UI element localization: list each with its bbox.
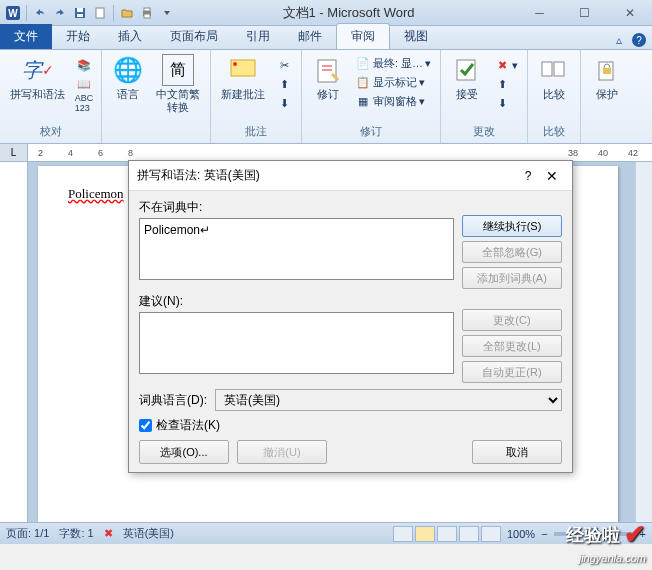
change-button[interactable]: 更改(C) [462,309,562,331]
change-all-button[interactable]: 全部更改(L) [462,335,562,357]
quick-access-toolbar: W [0,4,180,22]
prev-comment-button[interactable]: ⬆ [273,75,295,93]
horizontal-ruler[interactable]: 2 4 6 8 38 40 42 [28,144,652,161]
delete-comment-button[interactable]: ✂ [273,56,295,74]
page-status[interactable]: 页面: 1/1 [6,526,49,541]
not-in-dict-textarea[interactable] [139,218,454,280]
close-button[interactable]: ✕ [607,0,652,26]
draft-view[interactable] [481,526,501,542]
group-language: 🌐 语言 简 中文简繁 转换 [102,50,211,143]
svg-rect-4 [77,14,83,17]
prev-change-button[interactable]: ⬆ [491,75,521,93]
svg-rect-7 [144,8,150,11]
not-in-dict-label: 不在词典中: [139,199,454,216]
tab-file[interactable]: 文件 [0,24,52,49]
tab-layout[interactable]: 页面布局 [156,24,232,49]
tab-home[interactable]: 开始 [52,24,104,49]
redo-icon[interactable] [51,4,69,22]
group-tracking: 修订 📄最终: 显… ▾ 📋显示标记 ▾ ▦审阅窗格 ▾ 修订 [302,50,441,143]
vertical-ruler[interactable] [0,162,28,530]
word-icon[interactable]: W [4,4,22,22]
svg-rect-16 [603,68,611,74]
next-comment-button[interactable]: ⬇ [273,94,295,112]
word-count-status[interactable]: 字数: 1 [59,526,93,541]
check-grammar-label: 检查语法(K) [156,417,220,434]
dict-lang-select[interactable]: 英语(美国) [215,389,562,411]
track-changes-button[interactable]: 修订 [308,52,348,103]
display-for-review-dropdown[interactable]: 📄最终: 显… ▾ [352,54,434,72]
svg-rect-11 [318,60,336,82]
document-text[interactable]: Policemon [68,186,124,201]
check-grammar-checkbox[interactable] [139,419,152,432]
minimize-button[interactable]: ─ [517,0,562,26]
dialog-help-button[interactable]: ? [516,169,540,183]
undo-icon[interactable] [31,4,49,22]
tab-insert[interactable]: 插入 [104,24,156,49]
zoom-level[interactable]: 100% [507,528,535,540]
svg-rect-3 [77,8,83,12]
zoom-out-button[interactable]: − [541,528,547,540]
compare-button[interactable]: 比较 [534,52,574,103]
language-status[interactable]: 英语(美国) [123,526,174,541]
tab-review[interactable]: 审阅 [336,23,390,49]
maximize-button[interactable]: ☐ [562,0,607,26]
svg-rect-13 [542,62,552,76]
tab-view[interactable]: 视图 [390,24,442,49]
print-icon[interactable] [138,4,156,22]
accept-button[interactable]: 接受 [447,52,487,103]
group-changes: 接受 ✖▾ ⬆ ⬇ 更改 [441,50,528,143]
resume-button[interactable]: 继续执行(S) [462,215,562,237]
print-layout-view[interactable] [393,526,413,542]
tab-references[interactable]: 引用 [232,24,284,49]
show-markup-button[interactable]: 📋显示标记 ▾ [352,73,434,91]
vertical-scrollbar[interactable] [635,162,652,530]
ruler-corner[interactable]: L [0,144,28,161]
new-comment-button[interactable]: 新建批注 [217,52,269,103]
ribbon-minimize-icon[interactable]: ▵ [610,31,628,49]
help-icon[interactable]: ? [632,33,646,47]
qat-dropdown-icon[interactable] [158,4,176,22]
ribbon: 字✓ 拼写和语法 📚 📖 ABC123 校对 🌐 语言 简 中文简繁 转换 [0,50,652,144]
tab-mailings[interactable]: 邮件 [284,24,336,49]
full-screen-view[interactable] [415,526,435,542]
svg-point-10 [233,62,237,66]
undo-button[interactable]: 撤消(U) [237,440,327,464]
dialog-title: 拼写和语法: 英语(美国) [137,167,516,184]
spelling-grammar-button[interactable]: 字✓ 拼写和语法 [6,52,69,103]
spell-check-status[interactable]: ✖ [104,527,113,540]
web-layout-view[interactable] [437,526,457,542]
dialog-close-button[interactable]: ✕ [540,168,564,184]
group-protect: 保护 [581,50,633,143]
save-icon[interactable] [71,4,89,22]
svg-text:W: W [8,8,18,19]
spelling-dialog: 拼写和语法: 英语(美国) ? ✕ 不在词典中: 继续执行(S) 全部忽略(G)… [128,160,573,473]
watermark-url: jingyanla.com [579,552,646,564]
group-compare: 比较 比较 [528,50,581,143]
suggestions-list[interactable] [139,312,454,374]
protect-button[interactable]: 保护 [587,52,627,103]
dialog-titlebar[interactable]: 拼写和语法: 英语(美国) ? ✕ [129,161,572,191]
open-icon[interactable] [118,4,136,22]
svg-rect-8 [144,14,150,18]
suggestions-label: 建议(N): [139,293,454,310]
window-title: 文档1 - Microsoft Word [180,4,517,22]
ignore-all-button[interactable]: 全部忽略(G) [462,241,562,263]
new-icon[interactable] [91,4,109,22]
research-button[interactable]: 📚 [73,56,95,74]
group-comments: 新建批注 ✂ ⬆ ⬇ 批注 [211,50,302,143]
cancel-button[interactable]: 取消 [472,440,562,464]
menu-bar: 文件 开始 插入 页面布局 引用 邮件 审阅 视图 ▵ ? [0,26,652,50]
autocorrect-button[interactable]: 自动更正(R) [462,361,562,383]
language-button[interactable]: 🌐 语言 [108,52,148,103]
next-change-button[interactable]: ⬇ [491,94,521,112]
chinese-convert-button[interactable]: 简 中文简繁 转换 [152,52,204,116]
reject-button[interactable]: ✖▾ [491,56,521,74]
thesaurus-button[interactable]: 📖 [73,75,95,93]
add-to-dict-button[interactable]: 添加到词典(A) [462,267,562,289]
outline-view[interactable] [459,526,479,542]
word-count-button[interactable]: ABC123 [73,94,95,112]
svg-rect-14 [554,62,564,76]
reviewing-pane-button[interactable]: ▦审阅窗格 ▾ [352,92,434,110]
svg-rect-5 [96,8,104,18]
options-button[interactable]: 选项(O)... [139,440,229,464]
